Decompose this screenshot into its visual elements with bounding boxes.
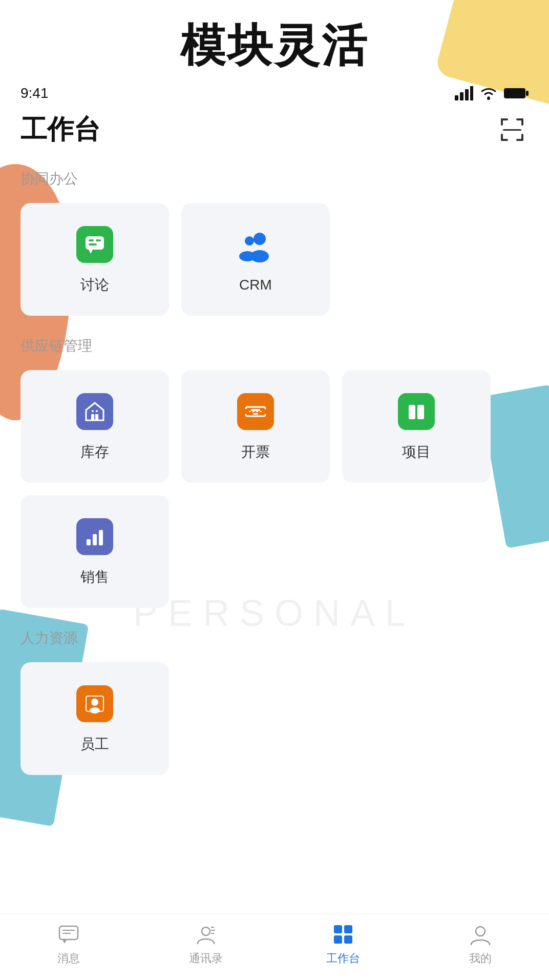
crm-icon bbox=[235, 226, 276, 267]
section-title-hr: 人力资源 bbox=[20, 628, 529, 648]
svg-point-32 bbox=[263, 409, 267, 414]
svg-rect-55 bbox=[344, 935, 352, 944]
module-crm[interactable]: CRM bbox=[181, 203, 330, 316]
svg-rect-53 bbox=[344, 925, 352, 933]
svg-rect-2 bbox=[465, 89, 469, 100]
svg-rect-12 bbox=[501, 134, 503, 141]
svg-rect-15 bbox=[503, 129, 521, 131]
svg-marker-20 bbox=[89, 250, 93, 254]
svg-rect-6 bbox=[526, 91, 529, 96]
svg-rect-39 bbox=[93, 534, 97, 545]
module-sales[interactable]: 销售 bbox=[20, 495, 169, 608]
section-title-supply: 供应链管理 bbox=[20, 336, 529, 356]
module-discuss[interactable]: 讨论 bbox=[20, 203, 169, 316]
svg-rect-5 bbox=[504, 88, 525, 98]
message-nav-icon bbox=[56, 922, 81, 947]
svg-rect-3 bbox=[470, 86, 473, 100]
invoice-label: 开票 bbox=[241, 442, 270, 462]
discuss-icon bbox=[74, 224, 115, 265]
svg-rect-40 bbox=[99, 530, 103, 545]
svg-point-31 bbox=[244, 409, 248, 414]
svg-rect-19 bbox=[89, 243, 97, 246]
status-icons bbox=[455, 86, 529, 100]
module-employee[interactable]: 员工 bbox=[20, 662, 169, 775]
svg-point-43 bbox=[90, 707, 100, 713]
section-hr: 人力资源 员工 bbox=[20, 628, 529, 775]
scan-button[interactable] bbox=[496, 113, 529, 146]
svg-point-42 bbox=[91, 699, 98, 706]
invoice-icon bbox=[235, 391, 276, 432]
sales-icon bbox=[74, 516, 115, 557]
nav-mine[interactable]: 我的 bbox=[412, 922, 549, 966]
nav-mine-label: 我的 bbox=[469, 951, 492, 966]
svg-point-21 bbox=[254, 233, 266, 245]
svg-rect-27 bbox=[95, 414, 98, 420]
svg-rect-38 bbox=[87, 539, 91, 545]
svg-rect-14 bbox=[521, 134, 523, 141]
module-inventory[interactable]: 库存 bbox=[20, 370, 169, 483]
signal-icon bbox=[455, 86, 473, 100]
content-area: 协同办公 讨论 bbox=[0, 159, 549, 913]
employee-icon bbox=[74, 683, 115, 724]
svg-point-24 bbox=[239, 251, 256, 261]
modules-grid-supply: 库存 bbox=[20, 370, 529, 608]
svg-rect-10 bbox=[521, 118, 523, 126]
nav-message-label: 消息 bbox=[57, 951, 80, 966]
svg-point-56 bbox=[476, 927, 485, 936]
contacts-nav-icon bbox=[194, 922, 218, 947]
svg-rect-35 bbox=[253, 413, 258, 415]
nav-contacts-label: 通讯录 bbox=[189, 951, 223, 966]
page-header: 工作台 bbox=[0, 112, 549, 148]
discuss-label: 讨论 bbox=[80, 275, 109, 295]
modules-grid-hr: 员工 bbox=[20, 662, 529, 775]
inventory-icon bbox=[74, 391, 115, 432]
project-icon bbox=[396, 391, 437, 432]
sales-label: 销售 bbox=[80, 567, 109, 587]
status-bar: 9:41 bbox=[0, 82, 549, 105]
section-supply: 供应链管理 bbox=[20, 336, 529, 608]
svg-point-48 bbox=[202, 927, 210, 935]
nav-contacts[interactable]: 通讯录 bbox=[137, 922, 274, 966]
page-title: 工作台 bbox=[20, 112, 100, 148]
section-title-collab: 协同办公 bbox=[20, 169, 529, 189]
svg-rect-36 bbox=[409, 405, 415, 419]
employee-label: 员工 bbox=[80, 734, 109, 754]
svg-rect-18 bbox=[96, 239, 101, 241]
workspace-nav-icon bbox=[331, 922, 355, 947]
battery-icon bbox=[504, 87, 529, 100]
svg-point-4 bbox=[487, 97, 490, 100]
svg-rect-16 bbox=[86, 236, 104, 250]
svg-rect-0 bbox=[455, 95, 458, 100]
svg-rect-26 bbox=[91, 414, 94, 420]
svg-rect-54 bbox=[334, 935, 342, 944]
inventory-label: 库存 bbox=[80, 442, 109, 462]
svg-rect-8 bbox=[501, 118, 503, 126]
wifi-icon bbox=[479, 86, 498, 100]
svg-point-28 bbox=[92, 410, 94, 412]
module-invoice[interactable]: 开票 bbox=[181, 370, 330, 483]
section-collab: 协同办公 讨论 bbox=[20, 169, 529, 316]
nav-workspace-label: 工作台 bbox=[326, 951, 360, 966]
modules-grid-collab: 讨论 CRM bbox=[20, 203, 529, 316]
svg-marker-47 bbox=[62, 940, 67, 944]
bottom-nav: 消息 通讯录 工作台 bbox=[0, 913, 549, 980]
svg-rect-30 bbox=[246, 407, 265, 416]
svg-rect-1 bbox=[460, 92, 463, 100]
svg-rect-17 bbox=[89, 239, 94, 241]
mine-nav-icon bbox=[468, 922, 493, 947]
svg-marker-25 bbox=[86, 403, 103, 420]
svg-rect-37 bbox=[417, 405, 424, 419]
module-project[interactable]: 项目 bbox=[342, 370, 491, 483]
svg-rect-52 bbox=[334, 925, 342, 933]
status-time: 9:41 bbox=[20, 85, 49, 101]
nav-message[interactable]: 消息 bbox=[0, 922, 137, 966]
hero-title: 模块灵活 bbox=[0, 15, 549, 76]
project-label: 项目 bbox=[402, 442, 431, 462]
svg-point-23 bbox=[245, 236, 254, 246]
nav-workspace[interactable]: 工作台 bbox=[274, 922, 412, 966]
svg-rect-34 bbox=[251, 409, 260, 411]
crm-label: CRM bbox=[239, 277, 272, 293]
svg-point-29 bbox=[96, 410, 98, 412]
